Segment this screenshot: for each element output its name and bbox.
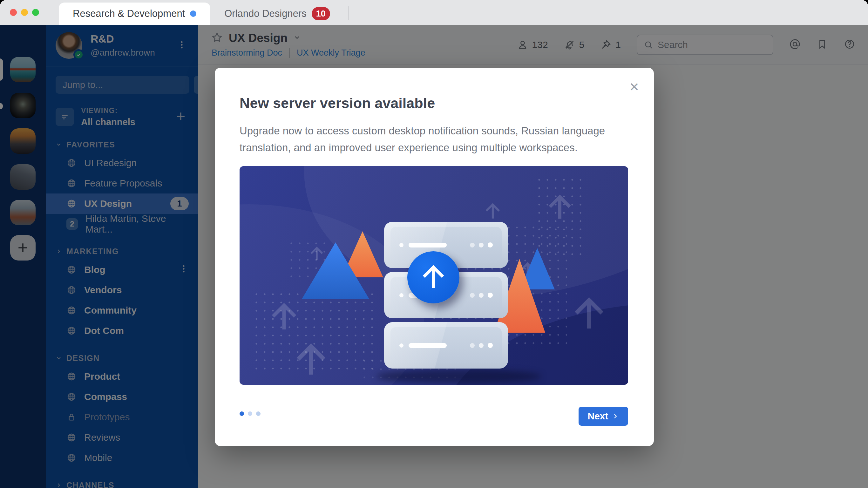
close-modal-button[interactable]: ✕ [629,81,639,93]
modal-pagination [240,411,260,416]
ghost-arrow-up-icon [544,191,576,223]
arrow-up-icon [418,262,448,293]
server-unit [384,322,508,369]
pager-dot[interactable] [248,411,252,416]
server-upgrade-illustration [240,166,628,385]
minimize-window-button[interactable] [21,9,28,16]
tab-research-development[interactable]: Research & Development [59,3,210,25]
chevron-right-icon [612,413,619,420]
ghost-arrow-up-icon [267,300,302,335]
tab-divider [348,6,349,20]
modal-body-text: Upgrade now to access custom desktop not… [240,122,618,156]
app-window: Research & Development Orlando Designers… [0,0,868,488]
zoom-window-button[interactable] [32,9,39,16]
close-window-button[interactable] [10,9,17,16]
tab-unread-badge: 10 [312,7,330,20]
upgrade-arrow-badge [407,251,459,303]
upgrade-modal: ✕ New server version available Upgrade n… [215,68,654,446]
pager-dot-active[interactable] [240,411,244,416]
unread-dot-icon [190,10,196,17]
modal-title: New server version available [240,95,435,112]
ghost-arrow-up-icon [290,339,332,380]
tab-label: Research & Development [73,8,185,20]
ghost-arrow-up-icon [483,201,503,221]
ghost-arrow-up-icon [568,293,610,335]
window-tab-strip: Research & Development Orlando Designers… [0,0,868,25]
pager-dot[interactable] [256,411,260,416]
traffic-lights [10,9,39,16]
tab-orlando-designers[interactable]: Orlando Designers 10 [210,3,344,25]
next-button[interactable]: Next [579,407,628,426]
tab-label: Orlando Designers [224,8,306,20]
ghost-arrow-up-icon [308,245,326,263]
